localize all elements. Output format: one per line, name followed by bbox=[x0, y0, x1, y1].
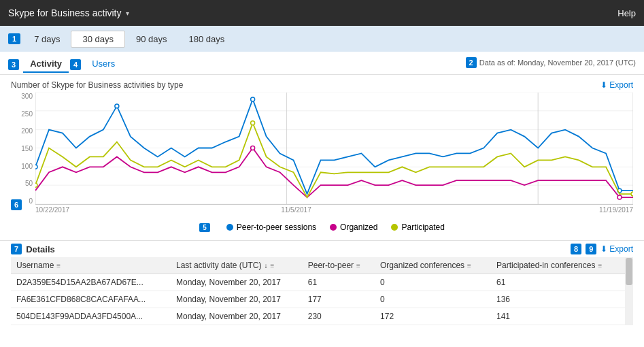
data-as-of: 2 Data as of: Monday, November 20, 2017 … bbox=[466, 57, 636, 68]
svg-point-16 bbox=[617, 195, 622, 199]
time-90days-button[interactable]: 90 days bbox=[125, 31, 178, 47]
svg-point-18 bbox=[251, 121, 255, 125]
header-title-group: Skype for Business activity ▾ bbox=[8, 7, 129, 18]
tabs-bar: 3 Activity 4 Users 2 Data as of: Monday,… bbox=[0, 52, 644, 75]
svg-point-15 bbox=[251, 146, 255, 150]
row1-username: D2A359E54D15AA2BA67AD67E... bbox=[11, 274, 171, 291]
time-30days-button[interactable]: 30 days bbox=[71, 31, 125, 48]
svg-point-19 bbox=[631, 192, 633, 196]
row1-organized: 0 bbox=[375, 274, 491, 291]
x-label-3: 11/19/2017 bbox=[599, 206, 633, 214]
details-badge9: 9 bbox=[586, 244, 596, 254]
row3-username: 504DE143F99ADDAA3FD4500A... bbox=[11, 308, 171, 325]
chart-badge6: 6 bbox=[11, 200, 26, 210]
col-last-activity: Last activity date (UTC) ↓ ≡ bbox=[171, 257, 303, 274]
last-activity-sort-icon[interactable]: ↓ bbox=[264, 262, 267, 269]
legend-badge: 5 bbox=[199, 223, 210, 232]
organized-filter-icon[interactable]: ≡ bbox=[467, 262, 471, 269]
row3-organized: 172 bbox=[375, 308, 491, 325]
participated-filter-icon[interactable]: ≡ bbox=[598, 262, 602, 269]
data-as-of-label: Data as of: Monday, November 20, 2017 (U… bbox=[479, 59, 636, 67]
legend-organized: Organized bbox=[330, 222, 377, 232]
time-filter-badge: 1 bbox=[8, 33, 20, 44]
svg-point-11 bbox=[35, 165, 37, 169]
svg-point-12 bbox=[115, 104, 119, 108]
app-title: Skype for Business activity bbox=[8, 7, 122, 18]
legend-dot-participated bbox=[391, 224, 398, 231]
details-download-icon: ⬇ bbox=[600, 244, 607, 254]
time-filter-bar: 1 7 days 30 days 90 days 180 days bbox=[0, 26, 644, 52]
chart-header: Number of Skype for Business activities … bbox=[11, 80, 633, 90]
chart-svg bbox=[35, 93, 633, 204]
row3-last-activity: Monday, November 20, 2017 bbox=[171, 308, 303, 325]
table-row: 504DE143F99ADDAA3FD4500A... Monday, Nove… bbox=[11, 308, 633, 325]
row2-last-activity: Monday, November 20, 2017 bbox=[171, 291, 303, 308]
details-export-button[interactable]: ⬇ Export bbox=[600, 244, 633, 254]
row2-username: FA6E361CFD868C8CACAFAFAA... bbox=[11, 291, 171, 308]
last-activity-filter-icon[interactable]: ≡ bbox=[270, 262, 274, 269]
svg-point-13 bbox=[251, 97, 255, 101]
tab4-badge: 4 bbox=[70, 59, 81, 70]
row2-participated: 136 bbox=[491, 291, 633, 308]
row3-peer: 230 bbox=[303, 308, 375, 325]
row3-participated: 141 bbox=[491, 308, 633, 325]
legend-dot-peer bbox=[226, 224, 233, 231]
col-organized: Organized conferences ≡ bbox=[375, 257, 491, 274]
row2-peer: 177 bbox=[303, 291, 375, 308]
peer-filter-icon[interactable]: ≡ bbox=[356, 262, 360, 269]
details-title-wrap: 7 Details bbox=[11, 244, 55, 254]
details-header: 7 Details 8 9 ⬇ Export bbox=[11, 244, 633, 254]
table-header-row: Username ≡ Last activity date (UTC) ↓ ≡ bbox=[11, 257, 633, 274]
details-title: Details bbox=[26, 244, 55, 254]
help-link[interactable]: Help bbox=[617, 8, 636, 18]
row1-participated: 61 bbox=[491, 274, 633, 291]
col-username: Username ≡ bbox=[11, 257, 171, 274]
details-badge8: 8 bbox=[571, 244, 581, 254]
x-axis: 10/22/2017 11/5/2017 11/19/2017 bbox=[35, 206, 633, 218]
download-icon: ⬇ bbox=[600, 80, 607, 90]
chart-section: Number of Skype for Business activities … bbox=[0, 75, 644, 237]
username-filter-icon[interactable]: ≡ bbox=[56, 262, 61, 269]
details-table: Username ≡ Last activity date (UTC) ↓ ≡ bbox=[11, 257, 633, 325]
x-label-2: 11/5/2017 bbox=[281, 206, 311, 214]
table-row: FA6E361CFD868C8CACAFAFAA... Monday, Nove… bbox=[11, 291, 633, 308]
time-7days-button[interactable]: 7 days bbox=[23, 31, 71, 47]
row1-peer: 61 bbox=[303, 274, 375, 291]
row2-organized: 0 bbox=[375, 291, 491, 308]
chart-container: 300 250 200 150 100 50 0 bbox=[11, 93, 633, 218]
time-180days-button[interactable]: 180 days bbox=[178, 31, 236, 47]
chevron-down-icon[interactable]: ▾ bbox=[126, 10, 129, 17]
legend-participated: Participated bbox=[391, 222, 444, 232]
chart-title: Number of Skype for Business activities … bbox=[11, 80, 183, 90]
app-header: Skype for Business activity ▾ Help bbox=[0, 0, 644, 26]
col-participated: Participated-in conferences ≡ bbox=[491, 257, 633, 274]
table-row: D2A359E54D15AA2BA67AD67E... Monday, Nove… bbox=[11, 274, 633, 291]
x-label-1: 10/22/2017 bbox=[35, 206, 69, 218]
tab-activity[interactable]: Activity bbox=[23, 56, 69, 73]
table-scrollbar[interactable] bbox=[625, 257, 633, 325]
data-as-of-badge: 2 bbox=[466, 57, 477, 68]
chart-area bbox=[35, 93, 633, 205]
tab3-badge: 3 bbox=[8, 59, 19, 70]
y-axis: 300 250 200 150 100 50 0 bbox=[11, 93, 35, 205]
details-section: 7 Details 8 9 ⬇ Export Username ≡ bbox=[0, 240, 644, 325]
legend-peer-to-peer: Peer-to-peer sessions bbox=[226, 222, 316, 232]
chart-legend: 5 Peer-to-peer sessions Organized Partic… bbox=[11, 222, 633, 232]
tab-users[interactable]: Users bbox=[85, 56, 122, 73]
scrollbar-thumb[interactable] bbox=[626, 258, 632, 285]
chart-export-button[interactable]: ⬇ Export bbox=[600, 80, 633, 90]
legend-dot-organized bbox=[330, 224, 337, 231]
table-wrap: Username ≡ Last activity date (UTC) ↓ ≡ bbox=[11, 257, 633, 325]
col-peer-to-peer: Peer-to-peer ≡ bbox=[303, 257, 375, 274]
details-badge7: 7 bbox=[11, 244, 22, 254]
row1-last-activity: Monday, November 20, 2017 bbox=[171, 274, 303, 291]
svg-point-17 bbox=[35, 183, 37, 187]
